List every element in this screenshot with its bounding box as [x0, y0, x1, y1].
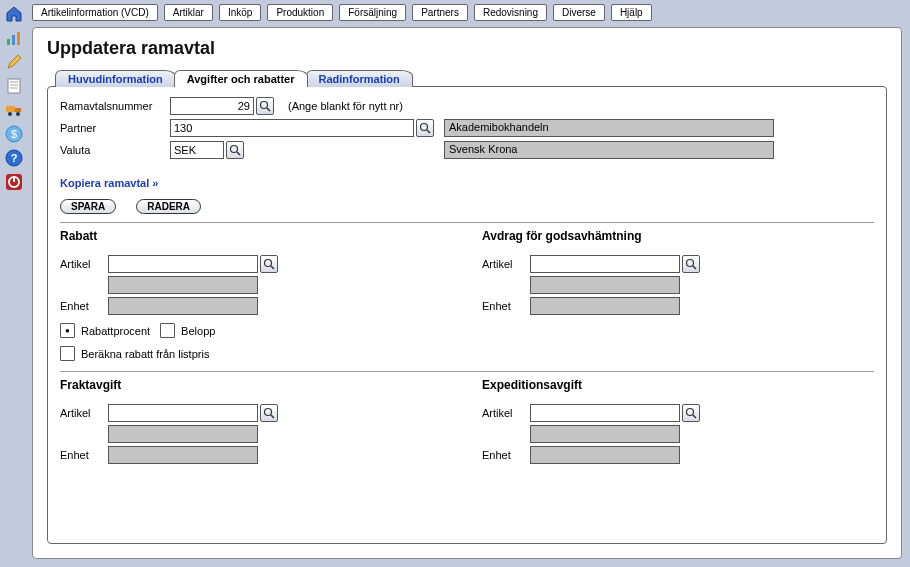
svg-rect-1	[7, 39, 10, 45]
menu-forsaljning[interactable]: Försäljning	[339, 4, 406, 21]
frakt-enhet-label: Enhet	[60, 449, 108, 461]
svg-point-11	[8, 112, 12, 116]
svg-point-22	[421, 124, 428, 131]
expedition-artikel-display	[530, 425, 680, 443]
svg-line-21	[267, 108, 270, 111]
avdrag-artikel-display	[530, 276, 680, 294]
chart-icon[interactable]	[4, 28, 24, 48]
partner-lookup[interactable]	[416, 119, 434, 137]
ramavtalsnummer-label: Ramavtalsnummer	[60, 100, 170, 112]
berakna-checkbox[interactable]	[60, 346, 75, 361]
svg-line-33	[693, 415, 696, 418]
avdrag-artikel-label: Artikel	[482, 258, 530, 270]
svg-point-30	[265, 409, 272, 416]
rabatt-artikel-input[interactable]	[108, 255, 258, 273]
avdrag-artikel-lookup[interactable]	[682, 255, 700, 273]
avdrag-enhet-display	[530, 297, 680, 315]
belopp-label: Belopp	[181, 325, 215, 337]
rabattprocent-radio[interactable]	[60, 323, 75, 338]
rabatt-artikel-lookup[interactable]	[260, 255, 278, 273]
kopiera-ramavtal-link[interactable]: Kopiera ramavtal »	[60, 177, 158, 189]
svg-rect-2	[12, 35, 15, 45]
avdrag-enhet-label: Enhet	[482, 300, 530, 312]
valuta-input[interactable]	[170, 141, 224, 159]
frakt-artikel-display	[108, 425, 258, 443]
money-icon[interactable]: $	[4, 124, 24, 144]
tab-radinformation[interactable]: Radinformation	[306, 70, 413, 87]
svg-point-28	[687, 260, 694, 267]
content-card: Uppdatera ramavtal Huvudinformation Avgi…	[32, 27, 902, 559]
svg-marker-4	[8, 55, 21, 68]
svg-rect-10	[15, 108, 21, 112]
svg-line-29	[693, 266, 696, 269]
frakt-title: Fraktavgift	[60, 378, 452, 392]
rabattprocent-label: Rabattprocent	[81, 325, 150, 337]
valuta-display: Svensk Krona	[444, 141, 774, 159]
truck-icon[interactable]	[4, 100, 24, 120]
menu-artikelinformation[interactable]: Artikelinformation (VCD)	[32, 4, 158, 21]
document-icon[interactable]	[4, 76, 24, 96]
expedition-title: Expeditionsavgift	[482, 378, 874, 392]
svg-point-12	[16, 112, 20, 116]
pencil-icon[interactable]	[4, 52, 24, 72]
svg-point-24	[231, 146, 238, 153]
rabatt-title: Rabatt	[60, 229, 452, 243]
belopp-radio[interactable]	[160, 323, 175, 338]
radera-button[interactable]: RADERA	[136, 199, 201, 214]
partner-label: Partner	[60, 122, 170, 134]
svg-rect-5	[8, 79, 20, 93]
svg-rect-3	[17, 32, 20, 45]
menu-diverse[interactable]: Diverse	[553, 4, 605, 21]
expedition-artikel-label: Artikel	[482, 407, 530, 419]
page-title: Uppdatera ramavtal	[47, 38, 887, 59]
menu-artiklar[interactable]: Artiklar	[164, 4, 213, 21]
sidebar: $ ?	[0, 0, 28, 567]
rabatt-artikel-label: Artikel	[60, 258, 108, 270]
rabatt-enhet-display	[108, 297, 258, 315]
svg-line-27	[271, 266, 274, 269]
svg-point-20	[261, 102, 268, 109]
avdrag-artikel-input[interactable]	[530, 255, 680, 273]
menu-inkop[interactable]: Inköp	[219, 4, 261, 21]
ramavtalsnummer-hint: (Ange blankt för nytt nr)	[288, 100, 403, 112]
ramavtalsnummer-input[interactable]	[170, 97, 254, 115]
ramavtalsnummer-lookup[interactable]	[256, 97, 274, 115]
spara-button[interactable]: SPARA	[60, 199, 116, 214]
main-area: Artikelinformation (VCD) Artiklar Inköp …	[28, 0, 910, 567]
valuta-lookup[interactable]	[226, 141, 244, 159]
rabatt-artikel-display	[108, 276, 258, 294]
home-icon[interactable]	[4, 4, 24, 24]
menu-produktion[interactable]: Produktion	[267, 4, 333, 21]
svg-text:$: $	[11, 128, 17, 140]
frakt-enhet-display	[108, 446, 258, 464]
menu-hjalp[interactable]: Hjälp	[611, 4, 652, 21]
menu-redovisning[interactable]: Redovisning	[474, 4, 547, 21]
rabatt-enhet-label: Enhet	[60, 300, 108, 312]
frakt-artikel-label: Artikel	[60, 407, 108, 419]
expedition-artikel-lookup[interactable]	[682, 404, 700, 422]
power-icon[interactable]	[4, 172, 24, 192]
top-menu: Artikelinformation (VCD) Artiklar Inköp …	[32, 4, 902, 27]
expedition-artikel-input[interactable]	[530, 404, 680, 422]
partner-input[interactable]	[170, 119, 414, 137]
svg-line-23	[427, 130, 430, 133]
avdrag-title: Avdrag för godsavhämtning	[482, 229, 874, 243]
svg-text:?: ?	[11, 152, 18, 164]
svg-line-31	[271, 415, 274, 418]
expedition-enhet-display	[530, 446, 680, 464]
tab-huvudinformation[interactable]: Huvudinformation	[55, 70, 176, 87]
svg-point-32	[687, 409, 694, 416]
tab-avgifter-och-rabatter[interactable]: Avgifter och rabatter	[174, 70, 308, 87]
tabs: Huvudinformation Avgifter och rabatter R…	[55, 70, 887, 87]
tabpanel-avgifter: Ramavtalsnummer (Ange blankt för nytt nr…	[47, 86, 887, 544]
expedition-enhet-label: Enhet	[482, 449, 530, 461]
svg-line-25	[237, 152, 240, 155]
svg-point-26	[265, 260, 272, 267]
frakt-artikel-input[interactable]	[108, 404, 258, 422]
svg-marker-0	[7, 7, 21, 21]
svg-rect-9	[6, 106, 15, 112]
berakna-label: Beräkna rabatt från listpris	[81, 348, 209, 360]
frakt-artikel-lookup[interactable]	[260, 404, 278, 422]
menu-partners[interactable]: Partners	[412, 4, 468, 21]
help-icon[interactable]: ?	[4, 148, 24, 168]
